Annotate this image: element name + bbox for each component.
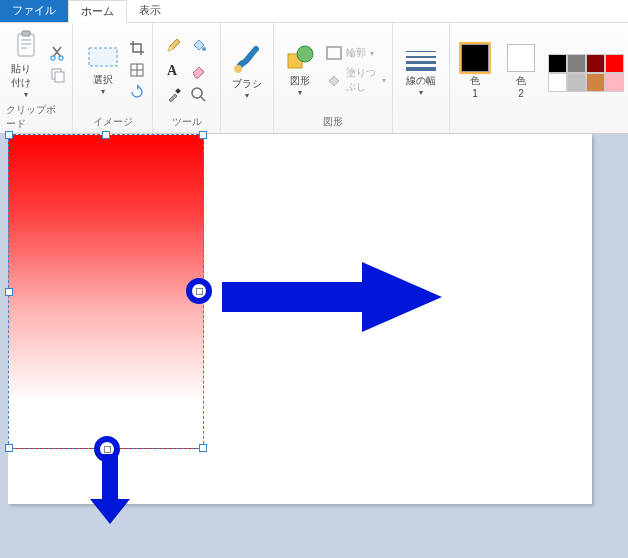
group-shapes: 図形 ▾ 輪郭 ▾ 塗りつぶし ▾ 図形 — [274, 23, 393, 133]
group-clipboard: 貼り付け ▾ クリップボード — [0, 23, 73, 133]
selection-handle[interactable] — [5, 444, 13, 452]
chevron-down-icon: ▾ — [245, 93, 249, 99]
svg-rect-8 — [55, 72, 64, 82]
select-button[interactable]: 選択 ▾ — [81, 42, 125, 98]
pencil-icon[interactable] — [163, 34, 185, 56]
clipboard-icon — [13, 30, 39, 60]
tab-home[interactable]: ホーム — [68, 0, 127, 23]
tab-file[interactable]: ファイル — [0, 0, 68, 22]
svg-rect-9 — [89, 48, 117, 66]
rotate-icon[interactable] — [129, 84, 145, 100]
copy-icon[interactable] — [50, 67, 66, 83]
selection-handle[interactable] — [5, 288, 13, 296]
app-window: ファイル ホーム 表示 貼り付け ▾ — [0, 0, 628, 558]
color2-label: 色 2 — [516, 74, 526, 99]
annotation-ring-right — [186, 278, 212, 304]
tab-bar: ファイル ホーム 表示 — [0, 0, 628, 23]
selection-handle[interactable] — [199, 444, 207, 452]
fill-bucket-icon — [326, 73, 342, 87]
svg-rect-21 — [406, 61, 436, 64]
color1-label: 色 1 — [470, 74, 480, 99]
selection-rect[interactable] — [8, 134, 204, 449]
brush-icon — [232, 45, 262, 75]
color2-button[interactable]: 色 2 — [502, 41, 540, 102]
resize-icon[interactable] — [129, 62, 145, 78]
svg-rect-22 — [406, 67, 436, 71]
chevron-down-icon: ▾ — [370, 49, 374, 58]
svg-point-14 — [192, 88, 202, 98]
svg-point-17 — [297, 46, 313, 62]
cut-icon[interactable] — [50, 45, 66, 61]
group-image: 選択 ▾ イメージ — [73, 23, 154, 133]
text-icon[interactable]: A — [163, 59, 185, 81]
group-clipboard-label: クリップボード — [6, 101, 66, 133]
svg-point-5 — [51, 56, 55, 60]
svg-rect-25 — [102, 454, 118, 499]
chevron-down-icon: ▾ — [101, 89, 105, 95]
brushes-button[interactable]: ブラシ ▾ — [227, 42, 267, 102]
shapes-label: 図形 — [290, 74, 310, 88]
selection-handle[interactable] — [5, 131, 13, 139]
palette-swatch[interactable] — [548, 73, 567, 92]
group-colors: 色 1 色 2 — [450, 23, 628, 133]
group-tools-label: ツール — [172, 113, 202, 131]
linewidth-icon — [404, 48, 438, 72]
palette-swatch[interactable] — [605, 73, 624, 92]
ribbon: 貼り付け ▾ クリップボード — [0, 23, 628, 134]
palette-swatch[interactable] — [567, 73, 586, 92]
svg-rect-23 — [222, 282, 362, 312]
palette-swatch[interactable] — [586, 73, 605, 92]
svg-marker-24 — [362, 262, 442, 332]
svg-point-6 — [59, 56, 63, 60]
paste-label: 貼り付け — [11, 62, 41, 90]
color2-swatch — [507, 44, 535, 72]
shape-outline-button[interactable]: 輪郭 ▾ — [326, 46, 386, 60]
brushes-label: ブラシ — [232, 77, 262, 91]
annotation-arrow-right — [222, 262, 442, 332]
chevron-down-icon: ▾ — [298, 90, 302, 96]
crop-icon[interactable] — [129, 40, 145, 56]
svg-point-15 — [234, 65, 242, 73]
svg-rect-20 — [406, 56, 436, 58]
linewidth-button[interactable]: 線の幅 ▾ — [399, 45, 443, 99]
shapes-button[interactable]: 図形 ▾ — [280, 41, 320, 99]
color1-swatch — [461, 44, 489, 72]
svg-point-11 — [202, 47, 206, 51]
fill-label: 塗りつぶし — [346, 66, 378, 94]
palette-swatch[interactable] — [586, 54, 605, 73]
palette-swatch[interactable] — [567, 54, 586, 73]
magnifier-icon[interactable] — [188, 84, 210, 106]
outline-label: 輪郭 — [346, 46, 366, 60]
svg-rect-3 — [21, 43, 31, 45]
svg-rect-19 — [406, 51, 436, 52]
picker-icon[interactable] — [163, 84, 185, 106]
group-linewidth: 線の幅 ▾ — [393, 23, 450, 133]
annotation-arrow-down — [90, 454, 130, 524]
shapes-icon — [285, 44, 315, 72]
tab-view[interactable]: 表示 — [127, 0, 173, 22]
select-label: 選択 — [93, 73, 113, 87]
color1-button[interactable]: 色 1 — [456, 41, 494, 102]
svg-rect-1 — [22, 31, 30, 36]
select-icon — [86, 45, 120, 71]
group-image-label: イメージ — [93, 113, 133, 131]
selection-handle[interactable] — [102, 131, 110, 139]
svg-rect-18 — [327, 47, 341, 59]
shape-fill-button[interactable]: 塗りつぶし ▾ — [326, 66, 386, 94]
linewidth-label: 線の幅 — [406, 74, 436, 88]
outline-icon — [326, 46, 342, 60]
palette-swatch[interactable] — [548, 54, 567, 73]
palette-swatch[interactable] — [605, 54, 624, 73]
paste-button[interactable]: 貼り付け ▾ — [6, 27, 46, 101]
svg-text:A: A — [167, 63, 178, 78]
selection-handle[interactable] — [199, 131, 207, 139]
work-area — [0, 134, 628, 558]
chevron-down-icon: ▾ — [419, 90, 423, 96]
fill-icon[interactable] — [188, 34, 210, 56]
group-shapes-label: 図形 — [323, 113, 343, 131]
chevron-down-icon: ▾ — [382, 76, 386, 85]
eraser-icon[interactable] — [188, 59, 210, 81]
color-palette — [548, 54, 622, 90]
svg-rect-13 — [175, 88, 181, 94]
chevron-down-icon: ▾ — [24, 92, 28, 98]
